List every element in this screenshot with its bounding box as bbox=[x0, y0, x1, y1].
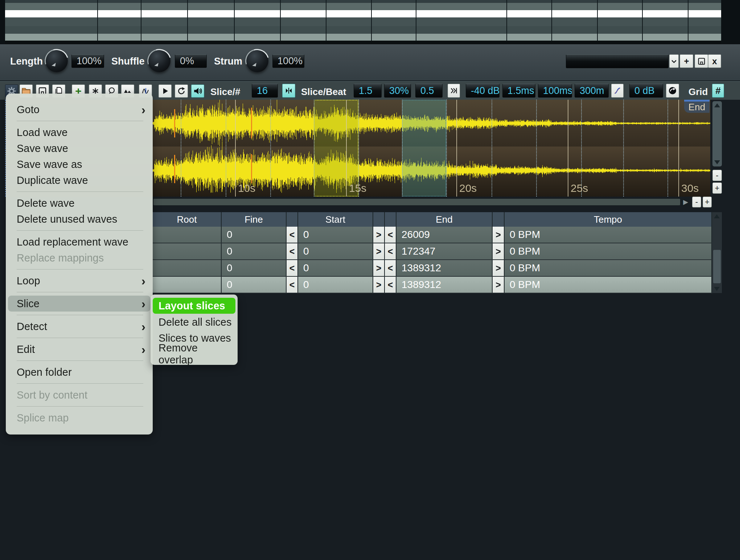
menu-item-delete-wave[interactable]: Delete wave bbox=[6, 195, 153, 211]
cell-root[interactable] bbox=[153, 243, 222, 259]
length-value-field[interactable]: 100% bbox=[71, 54, 104, 68]
threshold-field[interactable]: -40 dB bbox=[466, 84, 500, 98]
cell-root[interactable] bbox=[153, 260, 222, 276]
slice-marker[interactable] bbox=[270, 100, 271, 197]
h-scroll-thumb[interactable] bbox=[153, 199, 680, 205]
scroll-up-icon[interactable] bbox=[714, 214, 720, 218]
increment-button[interactable]: > bbox=[373, 243, 385, 259]
cell-fine[interactable]: 0 bbox=[222, 277, 287, 293]
slice-marker[interactable] bbox=[402, 100, 403, 197]
cell-fine[interactable]: 0 bbox=[222, 243, 287, 259]
menu-item-load-wave[interactable]: Load wave bbox=[6, 124, 153, 140]
increment-button[interactable]: > bbox=[493, 243, 505, 259]
slice-marker[interactable] bbox=[492, 100, 492, 197]
v-zoom-in-button[interactable]: + bbox=[712, 182, 722, 194]
h-zoom-out-button[interactable]: - bbox=[692, 197, 701, 207]
shuffle-value-field[interactable]: 0% bbox=[175, 54, 207, 68]
gain-field[interactable]: 0 dB bbox=[629, 84, 663, 98]
strum-knob[interactable] bbox=[246, 50, 268, 72]
menu-item-save-wave-as[interactable]: Save wave as bbox=[6, 156, 153, 172]
menu-item-duplicate-wave[interactable]: Duplicate wave bbox=[6, 172, 153, 188]
detect-transients-button[interactable] bbox=[448, 84, 460, 98]
attack-field[interactable]: 1.5ms bbox=[502, 84, 535, 98]
preset-field[interactable] bbox=[566, 54, 669, 68]
shuffle-knob[interactable] bbox=[148, 50, 170, 72]
table-row[interactable]: 0<0><26009>0 BPM bbox=[151, 227, 712, 243]
play-button[interactable] bbox=[159, 85, 172, 98]
cell-tempo[interactable]: 0 BPM bbox=[505, 260, 712, 276]
menu-item-delete-unused-waves[interactable]: Delete unused waves bbox=[6, 211, 153, 227]
cell-end[interactable]: 26009 bbox=[396, 227, 493, 243]
wave-end-tab[interactable]: End bbox=[684, 100, 710, 113]
cell-tempo[interactable]: 0 BPM bbox=[505, 277, 712, 293]
table-v-scrollbar[interactable] bbox=[712, 212, 722, 293]
cell-root[interactable] bbox=[153, 227, 222, 243]
table-scroll-thumb[interactable] bbox=[713, 250, 721, 283]
preset-save-button[interactable] bbox=[695, 54, 708, 68]
table-row[interactable]: 0<0><1389312>0 BPM bbox=[151, 260, 712, 277]
slice-marker[interactable] bbox=[623, 100, 624, 197]
decrement-button[interactable]: < bbox=[287, 227, 298, 243]
decrement-button[interactable]: < bbox=[287, 277, 298, 293]
pan-button[interactable] bbox=[666, 84, 679, 98]
slice-beat-field-1[interactable]: 1.5 bbox=[354, 84, 382, 98]
slice-marker[interactable] bbox=[446, 100, 447, 197]
v-zoom-out-button[interactable]: - bbox=[712, 170, 722, 181]
menu-item-open-folder[interactable]: Open folder bbox=[6, 364, 153, 380]
increment-button[interactable]: > bbox=[373, 277, 385, 293]
cell-start[interactable]: 0 bbox=[298, 227, 373, 243]
cell-start[interactable]: 0 bbox=[298, 243, 373, 259]
slice-marker[interactable] bbox=[314, 100, 314, 197]
menu-item-load-replacement-wave[interactable]: Load replacement wave bbox=[6, 234, 153, 250]
submenu-item-remove-overlap[interactable]: Remove overlap bbox=[151, 346, 238, 362]
cell-end[interactable]: 1389312 bbox=[396, 277, 493, 293]
cell-end[interactable]: 172347 bbox=[396, 243, 493, 259]
slice-beat-field-3[interactable]: 0.5 bbox=[415, 84, 443, 98]
decrement-button[interactable]: < bbox=[287, 260, 298, 276]
slice-beat-field-2[interactable]: 30% bbox=[384, 84, 411, 98]
decrement-button[interactable]: < bbox=[385, 277, 396, 293]
length-knob[interactable] bbox=[45, 50, 68, 72]
increment-button[interactable]: > bbox=[493, 277, 505, 293]
preset-add-button[interactable]: + bbox=[680, 54, 693, 68]
increment-button[interactable]: > bbox=[493, 227, 505, 243]
waveform-h-scrollbar[interactable]: ▶ bbox=[153, 198, 689, 206]
slice-marker[interactable] bbox=[181, 100, 181, 197]
window-field[interactable]: 300m bbox=[575, 84, 609, 98]
cell-tempo[interactable]: 0 BPM bbox=[505, 227, 712, 243]
preset-dropdown-button[interactable] bbox=[669, 54, 679, 68]
release-field[interactable]: 100ms bbox=[538, 84, 572, 98]
menu-item-slice[interactable]: Slice› bbox=[8, 296, 151, 312]
menu-item-loop[interactable]: Loop› bbox=[6, 273, 153, 289]
decrement-button[interactable]: < bbox=[385, 243, 396, 259]
cell-end[interactable]: 1389312 bbox=[396, 260, 493, 276]
increment-button[interactable]: > bbox=[373, 260, 385, 276]
table-row[interactable]: 0<0><1389312>0 BPM bbox=[151, 277, 712, 293]
waveform-v-scrollbar[interactable] bbox=[712, 101, 722, 166]
scroll-down-icon[interactable] bbox=[714, 160, 720, 164]
close-button[interactable]: x bbox=[708, 54, 721, 68]
slice-marker[interactable] bbox=[226, 100, 226, 197]
menu-item-save-wave[interactable]: Save wave bbox=[6, 140, 153, 156]
scroll-up-icon[interactable] bbox=[714, 103, 720, 107]
slice-count-field[interactable]: 16 bbox=[252, 84, 278, 98]
cell-fine[interactable]: 0 bbox=[222, 260, 287, 276]
submenu-item-layout-slices[interactable]: Layout slices bbox=[153, 298, 235, 314]
h-scroll-arrow-icon[interactable]: ▶ bbox=[683, 198, 688, 206]
decrement-button[interactable]: < bbox=[385, 227, 396, 243]
decrement-button[interactable]: < bbox=[385, 260, 396, 276]
cell-fine[interactable]: 0 bbox=[222, 227, 287, 243]
menu-item-edit[interactable]: Edit› bbox=[6, 341, 153, 357]
cell-tempo[interactable]: 0 BPM bbox=[505, 243, 712, 259]
slice-marker[interactable] bbox=[667, 100, 668, 197]
menu-item-detect[interactable]: Detect› bbox=[6, 318, 153, 334]
cell-start[interactable]: 0 bbox=[298, 260, 373, 276]
slice-marker-mode-button[interactable] bbox=[282, 84, 295, 98]
slice-marker[interactable] bbox=[536, 100, 537, 197]
table-row[interactable]: 0<0><172347>0 BPM bbox=[151, 243, 712, 260]
loop-button[interactable] bbox=[175, 85, 188, 98]
scroll-down-icon[interactable] bbox=[714, 287, 720, 291]
preview-slice-region[interactable] bbox=[402, 100, 446, 197]
decrement-button[interactable]: < bbox=[287, 243, 298, 259]
cell-start[interactable]: 0 bbox=[298, 277, 373, 293]
